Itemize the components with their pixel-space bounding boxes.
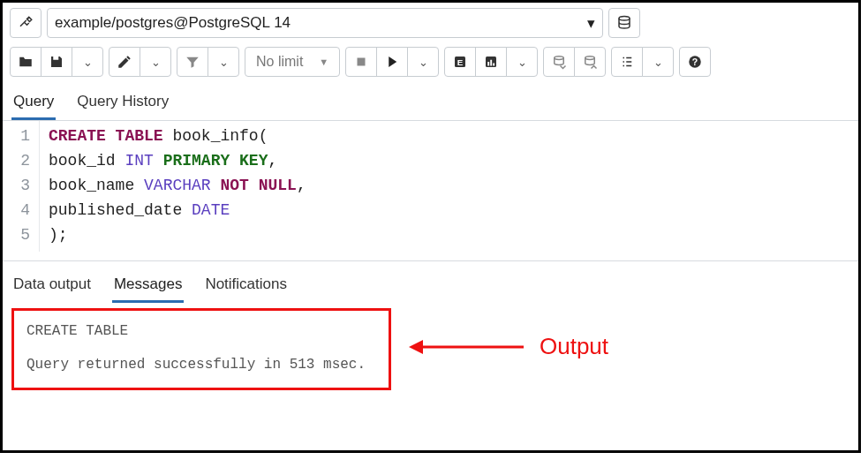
execute-button[interactable]: [376, 47, 408, 77]
tab-data-output[interactable]: Data output: [11, 270, 93, 303]
chevron-down-icon: ▾: [587, 14, 595, 33]
svg-marker-13: [409, 340, 423, 354]
help-button[interactable]: ?: [679, 47, 711, 77]
chevron-down-icon: ⌄: [419, 56, 428, 69]
rollback-button[interactable]: [574, 47, 606, 77]
message-line: CREATE TABLE: [26, 318, 376, 344]
bar-chart-icon: [483, 54, 499, 70]
edit-button[interactable]: [109, 47, 140, 77]
commit-button[interactable]: [543, 47, 575, 77]
chevron-down-icon: ⌄: [83, 56, 93, 69]
play-icon: [384, 54, 400, 70]
database-icon: [616, 15, 632, 31]
macros-dropdown[interactable]: ⌄: [642, 47, 674, 77]
database-button[interactable]: [608, 8, 640, 38]
code-area[interactable]: CREATE TABLE book_info( book_id INT PRIM…: [40, 121, 315, 252]
chevron-down-icon: ⌄: [653, 56, 663, 69]
connection-label: example/postgres@PostgreSQL 14: [55, 14, 291, 32]
svg-rect-6: [490, 60, 492, 66]
plug-icon: [18, 15, 34, 31]
macros-group: ⌄: [611, 47, 674, 77]
edit-group: ⌄: [109, 47, 171, 77]
run-group: ⌄: [345, 47, 439, 77]
svg-point-8: [555, 57, 564, 60]
chevron-down-icon: ⌄: [151, 56, 161, 69]
output-tabs: Data output Messages Notifications: [3, 260, 858, 303]
tab-notifications[interactable]: Notifications: [203, 270, 289, 303]
file-group: ⌄: [10, 47, 103, 77]
analyze-button[interactable]: [475, 47, 507, 77]
filter-dropdown[interactable]: ⌄: [208, 47, 239, 77]
row-limit-select[interactable]: No limit ▼: [245, 47, 340, 77]
save-icon: [49, 54, 64, 70]
svg-rect-7: [493, 64, 494, 66]
pencil-icon: [117, 54, 132, 70]
triangle-down-icon: ▼: [319, 57, 328, 67]
annotation-label: Output: [540, 333, 608, 360]
messages-box: CREATE TABLE Query returned successfully…: [11, 308, 391, 390]
folder-icon: [18, 54, 34, 70]
arrow-icon: [409, 336, 524, 358]
editor-tabs: Query Query History: [3, 84, 858, 121]
app-frame: example/postgres@PostgreSQL 14 ▾ ⌄ ⌄: [0, 0, 861, 453]
list-icon: [619, 54, 635, 70]
rollback-icon: [582, 54, 598, 70]
svg-text:?: ?: [692, 57, 698, 67]
connection-bar: example/postgres@PostgreSQL 14 ▾: [3, 3, 858, 43]
commit-icon: [551, 54, 567, 70]
row-limit-label: No limit: [256, 54, 303, 70]
explain-button[interactable]: E: [444, 47, 476, 77]
help-icon: ?: [687, 54, 703, 70]
filter-button[interactable]: [177, 47, 208, 77]
tab-messages[interactable]: Messages: [112, 270, 184, 303]
svg-rect-5: [487, 62, 489, 66]
svg-text:E: E: [457, 57, 464, 67]
stop-icon: [353, 54, 369, 70]
save-button[interactable]: [41, 47, 72, 77]
macros-button[interactable]: [611, 47, 643, 77]
annotation-arrow: Output: [409, 333, 608, 360]
filter-group: ⌄: [177, 47, 239, 77]
execute-dropdown[interactable]: ⌄: [407, 47, 439, 77]
explain-group: E ⌄: [444, 47, 538, 77]
connection-select[interactable]: example/postgres@PostgreSQL 14 ▾: [47, 8, 603, 38]
disconnect-button[interactable]: [10, 8, 42, 38]
messages-panel: CREATE TABLE Query returned successfully…: [3, 303, 858, 399]
save-dropdown[interactable]: ⌄: [72, 47, 103, 77]
svg-point-9: [585, 57, 595, 60]
tab-query[interactable]: Query: [11, 87, 56, 120]
chevron-down-icon: ⌄: [219, 56, 229, 69]
message-line: Query returned successfully in 513 msec.: [26, 351, 376, 378]
analyze-dropdown[interactable]: ⌄: [506, 47, 538, 77]
open-button[interactable]: [10, 47, 42, 77]
stop-button[interactable]: [345, 47, 377, 77]
edit-dropdown[interactable]: ⌄: [140, 47, 171, 77]
line-gutter: 1 2 3 4 5: [3, 121, 40, 252]
svg-point-0: [619, 17, 630, 21]
explain-icon: E: [452, 54, 468, 70]
toolbar: ⌄ ⌄ ⌄ No limit ▼ ⌄: [3, 43, 858, 84]
transaction-group: [543, 47, 606, 77]
svg-rect-1: [358, 58, 366, 66]
chevron-down-icon: ⌄: [517, 56, 527, 69]
sql-editor[interactable]: 1 2 3 4 5 CREATE TABLE book_info( book_i…: [3, 121, 858, 252]
tab-query-history[interactable]: Query History: [75, 87, 170, 120]
filter-icon: [185, 54, 200, 70]
